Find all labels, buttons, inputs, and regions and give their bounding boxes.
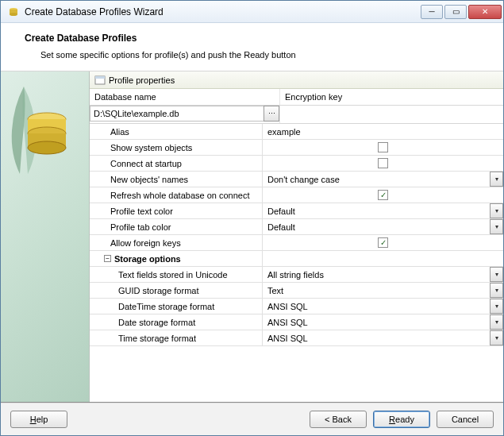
chevron-down-icon[interactable]: ▾: [490, 203, 503, 218]
prop-label-allow-fk: Allow foreign keys: [90, 235, 263, 250]
field-labels-row: Database name Encryption key: [90, 89, 503, 106]
database-path-input[interactable]: [90, 106, 264, 122]
chevron-down-icon[interactable]: ▾: [490, 330, 503, 345]
maximize-button[interactable]: ▭: [444, 5, 467, 19]
prop-label-connect-startup: Connect at startup: [90, 156, 263, 171]
cancel-button[interactable]: Cancel: [437, 411, 494, 428]
page-title: Create Database Profiles: [25, 33, 487, 44]
combo-text-unicode[interactable]: All string fields▾: [263, 267, 503, 282]
profile-properties-header: Profile properties: [90, 71, 503, 89]
prop-guid: GUID storage format Text▾: [90, 283, 503, 299]
prop-allow-fk: Allow foreign keys ✓: [90, 235, 503, 251]
combo-new-obj-names[interactable]: Don't change case▾: [263, 172, 503, 187]
wizard-body: Profile properties Database name Encrypt…: [1, 71, 503, 402]
back-button[interactable]: < Back: [310, 411, 367, 428]
checkbox-connect-startup[interactable]: [378, 158, 388, 168]
checkbox-show-sys[interactable]: [378, 142, 388, 152]
combo-datetime[interactable]: ANSI SQL▾: [263, 299, 503, 314]
storage-options-label: Storage options: [114, 254, 181, 264]
database-name-label: Database name: [90, 89, 280, 105]
prop-value-alias[interactable]: example: [263, 124, 503, 139]
prop-label-date: Date storage format: [90, 314, 263, 330]
window-title: Create Database Profiles Wizard: [25, 6, 421, 17]
chevron-down-icon[interactable]: ▾: [490, 172, 503, 187]
svg-point-2: [10, 13, 17, 16]
combo-guid[interactable]: Text▾: [263, 283, 503, 298]
chevron-down-icon[interactable]: ▾: [490, 299, 503, 314]
app-icon: [7, 6, 20, 18]
prop-datetime: DateTime storage format ANSI SQL▾: [90, 299, 503, 314]
chevron-down-icon[interactable]: ▾: [490, 283, 503, 298]
combo-date[interactable]: ANSI SQL▾: [263, 314, 503, 330]
wizard-window: Create Database Profiles Wizard ─ ▭ ✕ Cr…: [0, 0, 504, 436]
prop-connect-startup: Connect at startup: [90, 156, 503, 172]
chevron-down-icon[interactable]: ▾: [490, 219, 503, 234]
prop-text-color: Profile text color Default▾: [90, 203, 503, 219]
titlebar: Create Database Profiles Wizard ─ ▭ ✕: [1, 1, 503, 23]
prop-date: Date storage format ANSI SQL▾: [90, 314, 503, 330]
prop-label-time: Time storage format: [90, 330, 263, 345]
prop-label-alias: Alias: [90, 124, 263, 139]
combo-time[interactable]: ANSI SQL▾: [263, 330, 503, 345]
combo-tab-color[interactable]: Default▾: [263, 219, 503, 234]
prop-label-refresh-db: Refresh whole database on connect: [90, 187, 263, 203]
prop-label-guid: GUID storage format: [90, 283, 263, 298]
encryption-key-input[interactable]: [283, 107, 500, 122]
minimize-button[interactable]: ─: [421, 5, 443, 19]
checkbox-refresh-db[interactable]: ✓: [378, 190, 388, 200]
checkbox-allow-fk[interactable]: ✓: [378, 237, 388, 248]
chevron-down-icon[interactable]: ▾: [490, 267, 503, 282]
svg-rect-9: [95, 76, 105, 79]
prop-label-show-sys: Show system objects: [90, 140, 263, 155]
properties-table: Alias example Show system objects Connec…: [90, 124, 503, 402]
prop-new-obj-names: New objects' names Don't change case▾: [90, 172, 503, 187]
field-inputs-row: ⋯: [90, 106, 503, 124]
prop-label-text-unicode: Text fields stored in Unicode: [90, 267, 263, 282]
browse-button[interactable]: ⋯: [264, 106, 279, 122]
prop-label-tab-color: Profile tab color: [90, 219, 263, 234]
prop-tab-color: Profile tab color Default▾: [90, 219, 503, 235]
prop-refresh-db: Refresh whole database on connect ✓: [90, 187, 503, 203]
prop-label-datetime: DateTime storage format: [90, 299, 263, 314]
encryption-key-label: Encryption key: [280, 89, 503, 105]
properties-icon: [94, 75, 106, 86]
profile-properties-label: Profile properties: [109, 75, 175, 85]
prop-alias: Alias example: [90, 124, 503, 140]
close-button[interactable]: ✕: [468, 5, 502, 19]
window-controls: ─ ▭ ✕: [421, 5, 502, 19]
prop-label-text-color: Profile text color: [90, 203, 263, 218]
footer: Help < Back Ready Cancel: [1, 402, 503, 435]
prop-label-new-obj-names: New objects' names: [90, 172, 263, 187]
prop-show-system-objects: Show system objects: [90, 140, 503, 156]
group-storage-options: −Storage options: [90, 251, 503, 267]
prop-text-unicode: Text fields stored in Unicode All string…: [90, 267, 503, 283]
sidebar: [1, 71, 90, 402]
database-icon: [25, 111, 69, 159]
page-subtitle: Set some specific options for profile(s)…: [25, 50, 487, 60]
chevron-down-icon[interactable]: ▾: [490, 314, 503, 330]
svg-point-7: [28, 141, 66, 154]
help-button[interactable]: Help: [10, 411, 67, 428]
wizard-header: Create Database Profiles Set some specif…: [1, 23, 503, 71]
collapse-icon[interactable]: −: [104, 255, 111, 262]
combo-text-color[interactable]: Default▾: [263, 203, 503, 218]
ready-button[interactable]: Ready: [373, 411, 430, 428]
content-panel: Profile properties Database name Encrypt…: [90, 71, 503, 402]
prop-time: Time storage format ANSI SQL▾: [90, 330, 503, 346]
